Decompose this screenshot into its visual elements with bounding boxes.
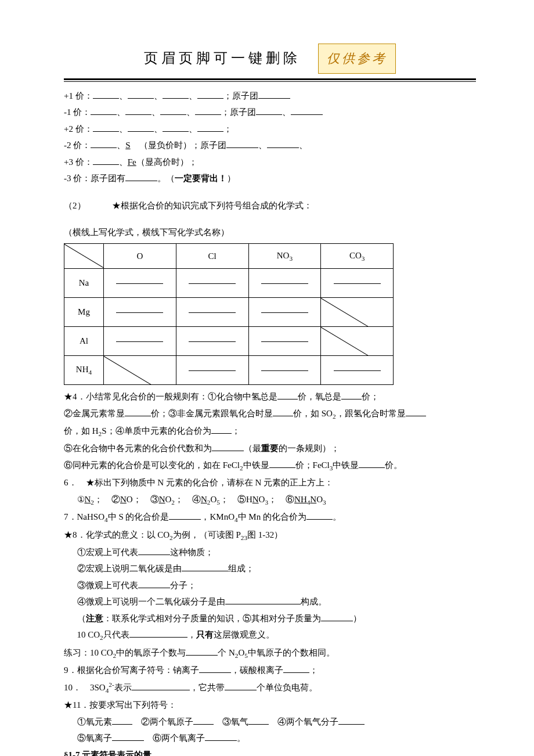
question-6-items: ①N2； ②NO； ③NO2； ④N2O5； ⑤HNO3； ⑥NH4NO3 (64, 491, 476, 509)
valence-plus1: +1 价：、、、；原子团 (64, 88, 476, 105)
practice: 练习：10 CO2中的氧原子个数与个 N2O5中氧原子的个数相同。 (64, 645, 476, 662)
question-4-line2: ②金属元素常显价；③非金属元素跟氧化合时显价，如 SO2，跟氢化合时常显 (64, 405, 476, 423)
valence-minus1: -1 价：、、、；原子团、 (64, 104, 476, 121)
valence-minus2: -2 价：、S （显负价时）；原子团、、 (64, 137, 476, 154)
page-footer: 资料 b 4 (64, 753, 476, 756)
q8-line2: ②宏观上说明二氧化碳是由组成； (64, 560, 476, 577)
question-4-line5: ⑥同种元素的化合价是可以变化的，如在 FeCl2中铁显价；FeCl3中铁显价。 (64, 457, 476, 474)
q8-line3: ③微观上可代表分子； (64, 577, 476, 594)
question-9: 9．根据化合价写离子符号：钠离子，碳酸根离子； (64, 662, 476, 679)
question-8: ★8．化学式的意义：以 CO2为例，（可读图 P23图 1-32） (64, 527, 476, 544)
table-note: （横线上写化学式，横线下写化学式名称） (64, 224, 476, 241)
footer-left: 资料 b (64, 753, 86, 756)
page-number: 4 (472, 753, 476, 756)
valence-plus3: +3 价：、Fe（显高价时）； (64, 154, 476, 171)
q8-line5: （注意：联系化学式相对分子质量的知识，⑤其相对分子质量为） (64, 610, 476, 627)
table-row: Na (64, 269, 394, 298)
q8-line1: ①宏观上可代表这种物质； (64, 544, 476, 561)
q8-line6: 10 CO2只代表，只有这层微观意义。 (64, 627, 476, 644)
q11-line2: ⑤氧离子 ⑥两个氧离子。 (64, 730, 476, 747)
formula-table: O Cl NO3 CO3 Na Mg Al NH4 (64, 243, 394, 385)
q11-line1: ①氧元素 ②两个氧原子 ③氧气 ④两个氧气分子 (64, 714, 476, 730)
page-title: 页眉页脚可一键删除 (144, 45, 301, 72)
question-11: ★11．按要求写出下列符号： (64, 697, 476, 714)
table-row: Al (64, 327, 394, 356)
question-6: 6． ★标出下列物质中 N 元素的化合价，请标在 N 元素的正上方上： (64, 474, 476, 491)
table-row: Mg (64, 298, 394, 327)
question-4-line3: 价，如 H2S；④单质中元素的化合价为； (64, 423, 476, 440)
question-4: ★4．小结常见化合价的一般规则有：①化合物中氢总是价，氧总是价； (64, 388, 476, 405)
section-2-title: （2） ★根据化合价的知识完成下列符号组合成的化学式： (64, 197, 476, 214)
table-row: NH4 (64, 356, 394, 385)
question-10: 10． 3SO42-表示，它共带个单位负电荷。 (64, 679, 476, 697)
valence-minus3: -3 价：原子团有。（一定要背出！） (64, 170, 476, 187)
header-divider (64, 78, 476, 82)
document-body: +1 价：、、、；原子团 -1 价：、、、；原子团、 +2 价：、、、； -2 … (64, 88, 476, 756)
q8-line4: ④微观上可说明一个二氧化碳分子是由构成。 (64, 593, 476, 610)
reference-badge: 仅供参考 (318, 44, 396, 74)
valence-plus2: +2 价：、、、； (64, 121, 476, 138)
question-7: 7．NaHSO4中 S 的化合价是，KMnO4中 Mn 的化合价为。 (64, 509, 476, 526)
question-4-line4: ⑤在化合物中各元素的化合价代数和为（最重要的一条规则）； (64, 440, 476, 457)
